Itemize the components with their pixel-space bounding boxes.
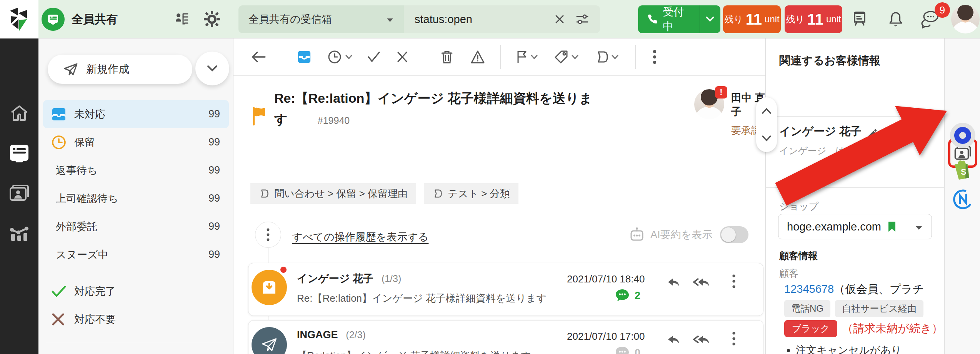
history-kebab-button[interactable] — [255, 222, 281, 248]
snooze-clock-icon[interactable] — [327, 49, 352, 65]
toolbar-divider — [424, 45, 424, 69]
trash-icon[interactable] — [440, 50, 453, 64]
inbox-icon-active[interactable] — [0, 143, 38, 162]
toolbar-divider — [500, 45, 501, 69]
sidebar-item-taioukanryou[interactable]: 対応完了 — [38, 277, 233, 305]
complete-check-icon[interactable] — [367, 51, 381, 63]
unit-suffix: unit — [826, 14, 841, 25]
sidebar-item-label: 未対応 — [74, 107, 105, 121]
message-item[interactable]: インゲージ 花子 インゲージ 花子 (1/3) Re:【Re:lation】イン… — [248, 263, 763, 316]
home-icon[interactable] — [0, 104, 38, 122]
label-chip[interactable]: テスト > 分類 — [424, 183, 518, 204]
customer-alert-row: ブラック （請求未納が続き） — [784, 320, 943, 337]
app-donut-button[interactable] — [945, 123, 980, 148]
shop-select-value: hoge.example.com — [787, 220, 881, 233]
comment-count[interactable]: 2 — [615, 289, 640, 302]
nextengine-app-button[interactable] — [945, 189, 980, 209]
customer-label: 顧客 — [779, 267, 798, 280]
message-kebab-icon[interactable] — [732, 331, 735, 347]
comment-bubble-icon — [615, 289, 630, 302]
compose-button[interactable]: 新規作成 — [48, 55, 192, 84]
search-query: status:open — [415, 13, 544, 26]
analytics-icon[interactable] — [0, 224, 38, 243]
reply-all-icon[interactable] — [693, 333, 712, 349]
bell-icon[interactable] — [888, 0, 904, 38]
black-tag-note: （請求未納が続き） — [842, 321, 943, 336]
list-gap — [38, 269, 233, 277]
board-icon[interactable] — [851, 0, 868, 38]
label-icon[interactable] — [595, 50, 618, 63]
more-kebab-icon[interactable] — [653, 49, 657, 65]
message-kebab-icon[interactable] — [732, 274, 735, 290]
members-icon[interactable] — [174, 0, 191, 38]
message-position: インゲージ 花子 (1/3) — [297, 272, 401, 286]
sidebar-item-horyuu[interactable]: 保留 99 — [38, 128, 233, 156]
shopify-app-button[interactable]: S — [945, 159, 980, 180]
compose-expand-button[interactable] — [195, 52, 229, 85]
reply-all-icon[interactable] — [693, 276, 712, 292]
toolbar-divider — [283, 45, 283, 69]
search-input[interactable]: status:open — [404, 5, 600, 33]
edit-pencil-icon[interactable] — [865, 128, 878, 142]
call-status-button[interactable]: 受付中 — [638, 5, 720, 33]
sidebar-item-count: 99 — [208, 220, 220, 232]
ai-summary-label: AI要約を表示 — [650, 228, 712, 242]
sidebar-item-mitaiou[interactable]: 未対応 99 — [43, 100, 229, 128]
chevron-down-icon — [612, 55, 618, 59]
chevron-down-icon[interactable] — [700, 16, 720, 22]
status-open-icon[interactable] — [297, 50, 312, 64]
user-avatar[interactable] — [951, 5, 980, 33]
approval-alert-badge: ! — [715, 86, 727, 99]
label-chip[interactable]: 問い合わせ > 保留 > 保留理由 — [250, 183, 416, 204]
prev-ticket-button[interactable] — [762, 108, 772, 114]
next-ticket-button[interactable] — [762, 135, 772, 142]
sidebar-item-count: 99 — [208, 192, 220, 204]
ai-summary-toggle[interactable] — [720, 226, 748, 243]
sidebar-item-joushikakunin[interactable]: 上司確認待ち 99 — [38, 184, 233, 212]
customer-kebab-icon[interactable] — [917, 128, 920, 143]
label-chip-text: テスト > 分類 — [448, 187, 510, 200]
customer-notes: 注文キャンセルがあり 発送日変更あり — [796, 342, 902, 354]
mailbox-select-value: 全員共有の受信箱 — [248, 12, 332, 26]
clear-search-icon[interactable] — [554, 13, 565, 25]
no-response-x-icon[interactable] — [396, 51, 408, 63]
sidebar-divider — [46, 342, 225, 342]
remaining-units-red[interactable]: 残り 11 unit — [785, 5, 842, 33]
tag-icon[interactable] — [554, 50, 578, 64]
back-arrow-icon[interactable] — [251, 50, 267, 63]
sidebar-item-gaibuitaku[interactable]: 外部委託 99 — [38, 212, 233, 240]
remaining-units-orange[interactable]: 残り 11 unit — [723, 5, 781, 33]
person-circle-icon[interactable] — [889, 128, 903, 144]
topbar: 全員共有 全員共有の受信箱 status:open 受付中 — [0, 0, 980, 38]
message-subject: 【Re:lation】インゲージ 花子様詳細資料を送ります — [297, 349, 531, 354]
message-item[interactable]: INGAGE INGAGE (2/3) 【Re:lation】インゲージ 花子様… — [248, 320, 763, 354]
sidebar-item-snooze[interactable]: スヌーズ中 99 — [38, 240, 233, 269]
reply-icon[interactable] — [666, 333, 682, 349]
comment-count[interactable]: 0 — [615, 346, 640, 354]
flag-icon[interactable] — [516, 50, 538, 64]
subject-flag-icon[interactable] — [250, 106, 267, 128]
filter-sliders-icon[interactable] — [575, 12, 589, 26]
sidebar-item-label: 外部委託 — [56, 220, 97, 234]
ingage-logo[interactable] — [0, 0, 38, 38]
reply-icon[interactable] — [666, 276, 682, 292]
shop-select[interactable]: hoge.example.com — [778, 214, 932, 239]
spam-warning-icon[interactable] — [470, 50, 485, 64]
mailbox-select[interactable]: 全員共有の受信箱 — [238, 5, 404, 33]
message-subject: Re:【Re:lation】インゲージ 花子様詳細資料を送ります — [297, 292, 547, 305]
sidebar-item-count: 99 — [208, 136, 220, 148]
clock-orange-icon — [51, 135, 67, 150]
sidebar-item-henjimachi[interactable]: 返事待ち 99 — [38, 156, 233, 184]
label-chip-text: 問い合わせ > 保留 > 保留理由 — [274, 187, 408, 200]
ai-summary-control: AI要約を表示 — [629, 226, 748, 243]
workspace-switcher[interactable]: 全員共有 — [42, 0, 118, 38]
contacts-icon[interactable] — [0, 184, 38, 202]
sidebar-item-label: スヌーズ中 — [56, 248, 108, 262]
caret-down-icon — [386, 13, 394, 25]
gear-icon[interactable] — [203, 0, 221, 38]
customer-id-link[interactable]: 12345678 — [784, 283, 834, 295]
message-datetime: 2021/07/10 17:00 — [567, 331, 645, 342]
sidebar-item-taioufuyou[interactable]: 対応不要 — [38, 305, 233, 333]
show-history-link[interactable]: すべての操作履歴を表示する — [292, 230, 428, 244]
assignee-block[interactable]: ! 田中 直子 要承認 — [694, 89, 765, 137]
